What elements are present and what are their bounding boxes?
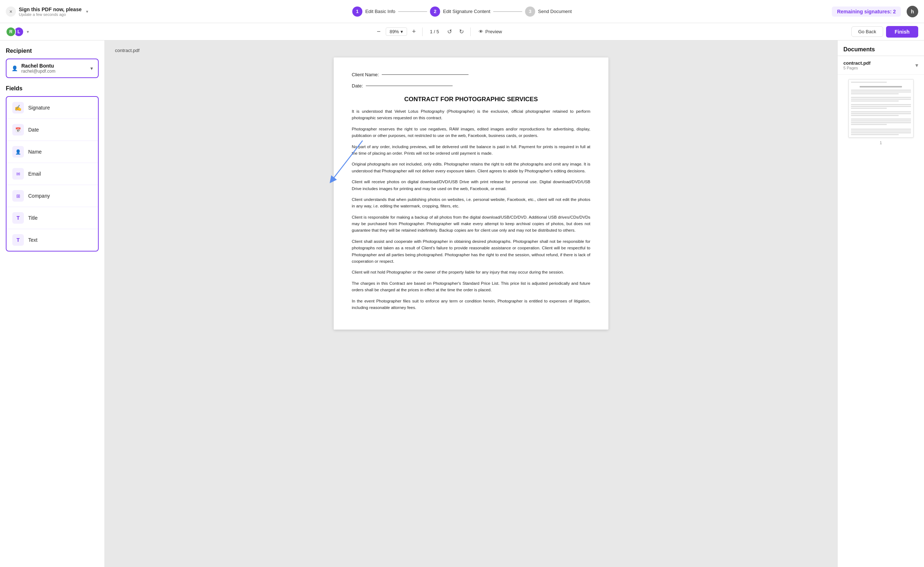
recipient-card[interactable]: 👤 Rachel Bontu rachel@updf.com ▾: [6, 58, 99, 78]
field-label-signature: Signature: [28, 105, 50, 111]
step-line-2: [493, 11, 522, 12]
eye-icon: 👁: [479, 29, 483, 34]
date-label: Date:: [352, 83, 363, 88]
step-2-circle: 2: [430, 6, 440, 16]
undo-button[interactable]: ↺: [445, 27, 454, 36]
pdf-para-7: Client is responsible for making a backu…: [352, 214, 590, 234]
pdf-para-3: No part of any order, including previews…: [352, 144, 590, 157]
step-1-label: Edit Basic Info: [365, 9, 395, 14]
step-2-label: Edit Signature Content: [443, 9, 491, 14]
thumbnail-area: 1: [838, 75, 924, 149]
finish-button[interactable]: Finish: [886, 26, 918, 38]
doc-item[interactable]: contract.pdf 5 Pages ▾: [838, 56, 924, 75]
zoom-level: 89%: [390, 29, 399, 34]
doc-item-name: contract.pdf: [843, 60, 870, 66]
step-1[interactable]: 1 Edit Basic Info: [352, 6, 395, 16]
field-label-company: Company: [28, 193, 50, 199]
toolbar-right: Go Back Finish: [851, 26, 918, 38]
pdf-body: It is understood that Velvet Lotus Photo…: [352, 108, 590, 311]
company-icon: ⊞: [12, 190, 24, 202]
field-label-title: Title: [28, 215, 38, 221]
pdf-para-10: The charges in this Contract are based o…: [352, 280, 590, 294]
pdf-para-5: Client will receive photos on digital do…: [352, 178, 590, 192]
page-total: 5: [436, 29, 439, 34]
email-icon: ✉: [12, 168, 24, 180]
title-icon: T: [12, 212, 24, 224]
pdf-para-2: Photographer reserves the right to use n…: [352, 126, 590, 139]
field-item-title[interactable]: T Title: [6, 207, 98, 229]
field-label-name: Name: [28, 149, 42, 154]
field-item-text[interactable]: T Text: [6, 229, 98, 251]
pdf-para-4: Original photographs are not included, o…: [352, 161, 590, 174]
remaining-signatures: Remaining signatures: 2: [832, 6, 901, 16]
step-1-circle: 1: [352, 6, 362, 16]
date-underline: [366, 86, 452, 86]
pdf-para-9: Client will not hold Photographer or the…: [352, 269, 590, 275]
avatar-chevron[interactable]: ▾: [27, 29, 29, 34]
thumb-lines: [851, 82, 911, 135]
recipient-chevron: ▾: [90, 65, 93, 71]
recipient-details: Rachel Bontu rachel@updf.com: [21, 63, 55, 74]
doc-title: Sign this PDF now, please: [19, 6, 82, 12]
page-display: 1 / 5: [427, 29, 442, 34]
doc-item-info: contract.pdf 5 Pages: [843, 60, 870, 70]
field-item-email[interactable]: ✉ Email: [6, 163, 98, 185]
pdf-filename: contract.pdf: [115, 48, 140, 53]
preview-label: Preview: [485, 29, 502, 34]
user-avatar: h: [907, 6, 918, 17]
step-line-1: [398, 11, 427, 12]
doc-title-chevron[interactable]: ▾: [86, 9, 88, 14]
avatar-r: R: [6, 27, 16, 37]
step-2[interactable]: 2 Edit Signature Content: [430, 6, 491, 16]
step-3[interactable]: 3 Send Document: [525, 6, 571, 16]
redo-button[interactable]: ↻: [457, 27, 466, 36]
contract-title: CONTRACT FOR PHOTOGRAPHIC SERVICES: [352, 96, 590, 103]
person-icon: 👤: [12, 65, 18, 71]
step-3-label: Send Document: [538, 9, 571, 14]
fields-section-title: Fields: [6, 85, 99, 92]
close-button[interactable]: ×: [6, 6, 16, 16]
pdf-para-6: Client understands that when publishing …: [352, 196, 590, 210]
field-item-signature[interactable]: ✍ Signature: [6, 97, 98, 119]
recipient-email: rachel@updf.com: [21, 69, 55, 74]
go-back-button[interactable]: Go Back: [851, 26, 883, 37]
client-name-field: Client Name:: [352, 72, 590, 77]
pdf-page: Client Name: Date: CONTRACT FOR PHOTOGRA…: [334, 57, 608, 330]
signature-icon: ✍: [12, 102, 24, 114]
field-label-text: Text: [28, 237, 38, 243]
top-bar: × Sign this PDF now, please Update a few…: [0, 0, 924, 23]
field-item-company[interactable]: ⊞ Company: [6, 185, 98, 207]
zoom-chevron: ▾: [401, 29, 403, 34]
recipient-section-title: Recipient: [6, 48, 99, 54]
top-bar-left: × Sign this PDF now, please Update a few…: [6, 6, 88, 16]
documents-title: Documents: [838, 40, 924, 56]
zoom-display[interactable]: 89% ▾: [386, 27, 407, 36]
zoom-in-button[interactable]: +: [410, 26, 418, 37]
thumbnail: [849, 79, 913, 138]
toolbar-divider-2: [470, 27, 471, 36]
zoom-out-button[interactable]: −: [374, 26, 383, 37]
pdf-area: contract.pdf Client Name: Date: CONTRACT: [105, 40, 837, 567]
doc-expand-icon[interactable]: ▾: [915, 62, 918, 69]
thumb-page-num: 1: [879, 141, 882, 145]
text-icon: T: [12, 234, 24, 246]
preview-button[interactable]: 👁 Preview: [475, 27, 506, 36]
sidebar: Recipient 👤 Rachel Bontu rachel@updf.com…: [0, 40, 105, 567]
toolbar: R L ▾ − 89% ▾ + 1 / 5 ↺ ↻ 👁 Preview Go B…: [0, 23, 924, 40]
stepper: 1 Edit Basic Info 2 Edit Signature Conte…: [352, 6, 571, 16]
field-label-date: Date: [28, 127, 39, 133]
fields-container: ✍ Signature 📅 Date 👤 Name ✉ Email ⊞ Comp…: [6, 96, 99, 252]
field-item-name[interactable]: 👤 Name: [6, 141, 98, 163]
doc-subtitle: Update a few seconds ago: [19, 12, 82, 16]
step-3-circle: 3: [525, 6, 535, 16]
date-field: Date:: [352, 83, 590, 88]
pdf-para-8: Client shall assist and cooperate with P…: [352, 238, 590, 265]
avatar-group[interactable]: R L: [6, 27, 24, 37]
pdf-para-11: In the event Photographer files suit to …: [352, 298, 590, 311]
pdf-para-1: It is understood that Velvet Lotus Photo…: [352, 108, 590, 122]
doc-title-area: Sign this PDF now, please Update a few s…: [19, 6, 82, 16]
right-panel: Documents contract.pdf 5 Pages ▾: [837, 40, 924, 567]
recipient-info: 👤 Rachel Bontu rachel@updf.com: [12, 63, 55, 74]
field-item-date[interactable]: 📅 Date: [6, 119, 98, 141]
main-content: Recipient 👤 Rachel Bontu rachel@updf.com…: [0, 40, 924, 567]
